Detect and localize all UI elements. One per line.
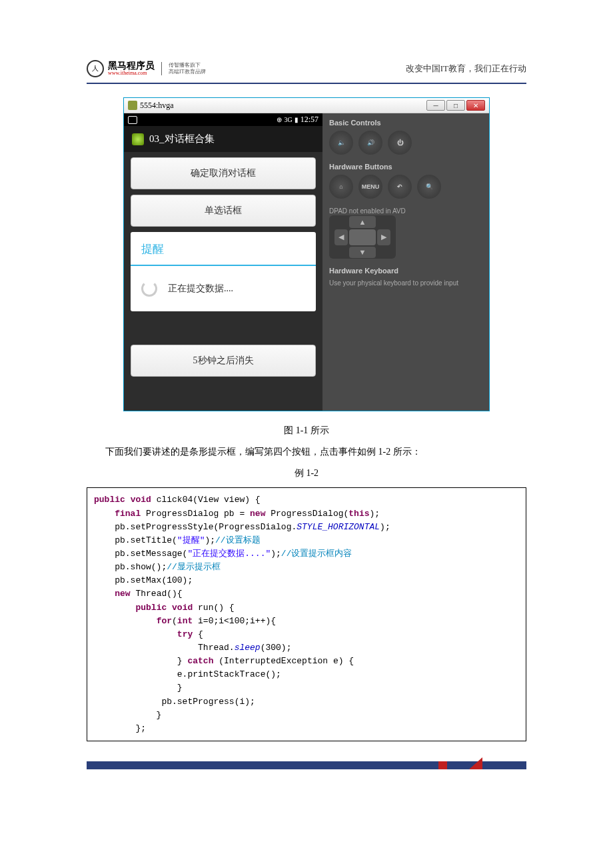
- debug-icon: ⊕: [277, 116, 282, 123]
- search-button[interactable]: 🔍: [417, 175, 441, 199]
- status-time: 12:57: [301, 115, 318, 125]
- volume-down-button[interactable]: 🔈: [329, 131, 353, 155]
- window-title: 5554:hvga: [140, 101, 174, 111]
- logo-url: www.itheima.com: [108, 71, 155, 76]
- app-icon: [132, 133, 144, 145]
- dialog-title: 提醒: [131, 232, 316, 266]
- dpad-down[interactable]: ▼: [349, 247, 376, 259]
- signal-icon: 3G: [284, 116, 292, 123]
- dpad-note: DPAD not enabled in AVD: [329, 207, 482, 215]
- dpad-right[interactable]: ▶: [377, 229, 390, 245]
- keyboard-label: Hardware Keyboard: [329, 267, 482, 275]
- paragraph: 下面我们要讲述的是条形提示框，编写第四个按钮，点击事件如例 1-2 所示：: [87, 445, 526, 459]
- single-choice-button[interactable]: 单选话框: [131, 195, 316, 227]
- back-button[interactable]: ↶: [388, 175, 412, 199]
- code-caption: 例 1-2: [87, 467, 526, 479]
- window-titlebar: 5554:hvga ─ □ ✕: [124, 98, 489, 113]
- maximize-button[interactable]: □: [446, 100, 465, 111]
- header-slogan: 改变中国IT教育，我们正在行动: [406, 63, 526, 75]
- minimize-button[interactable]: ─: [426, 100, 445, 111]
- dialog-message: 正在提交数据....: [168, 283, 233, 295]
- app-title: 03_对话框合集: [149, 133, 215, 145]
- status-bar: ⊕ 3G ▮ 12:57: [124, 113, 322, 126]
- disappear-button[interactable]: 5秒钟之后消失: [131, 345, 316, 377]
- android-icon: [128, 101, 137, 110]
- page-header: 人 黑马程序员 www.itheima.com 传智播客旗下 高端IT教育品牌 …: [87, 60, 526, 84]
- footer-bar: [87, 761, 526, 769]
- phone-screen: ⊕ 3G ▮ 12:57 03_对话框合集 确定取消对话框 单选话框 提醒: [124, 113, 322, 411]
- keyboard-note: Use your physical keyboard to provide in…: [329, 279, 482, 287]
- spinner-icon: [141, 281, 157, 297]
- progress-dialog: 提醒 正在提交数据....: [131, 232, 316, 311]
- dpad-left[interactable]: ◀: [334, 229, 348, 245]
- menu-button[interactable]: MENU: [358, 175, 382, 199]
- dpad-center[interactable]: [349, 229, 376, 245]
- basic-controls-label: Basic Controls: [329, 119, 482, 127]
- code-block: public void click04(View view) { final P…: [87, 487, 526, 741]
- sms-icon: [128, 116, 137, 124]
- logo-icon: 人: [87, 60, 104, 77]
- hardware-buttons-label: Hardware Buttons: [329, 163, 482, 171]
- confirm-cancel-button[interactable]: 确定取消对话框: [131, 157, 316, 189]
- home-button[interactable]: ⌂: [329, 175, 353, 199]
- logo: 人 黑马程序员 www.itheima.com 传智播客旗下 高端IT教育品牌: [87, 60, 206, 77]
- logo-sub1: 传智播客旗下: [169, 62, 206, 69]
- power-button[interactable]: ⏻: [388, 131, 412, 155]
- dpad: ▲ ◀ ▶ ▼: [329, 215, 396, 259]
- logo-sub2: 高端IT教育品牌: [169, 69, 206, 75]
- dpad-up[interactable]: ▲: [349, 216, 376, 228]
- emulator-window: 5554:hvga ─ □ ✕ ⊕ 3G ▮ 12:57: [123, 97, 490, 411]
- close-button[interactable]: ✕: [466, 100, 485, 111]
- figure-caption: 图 1-1 所示: [87, 425, 526, 437]
- logo-title: 黑马程序员: [108, 61, 155, 71]
- emulator-side-panel: Basic Controls 🔈 🔊 ⏻ Hardware Buttons ⌂ …: [322, 113, 489, 411]
- battery-icon: ▮: [295, 116, 299, 123]
- app-header: 03_对话框合集: [124, 126, 322, 152]
- volume-up-button[interactable]: 🔊: [358, 131, 382, 155]
